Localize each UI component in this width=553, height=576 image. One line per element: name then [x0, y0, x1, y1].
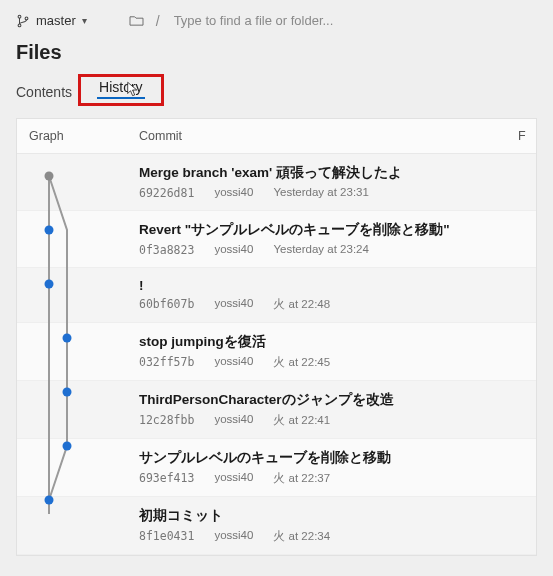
commit-time: Yesterday at 23:31: [273, 186, 368, 200]
commit-body: !60bf607byossi40火 at 22:48: [139, 278, 524, 312]
svg-point-0: [18, 15, 21, 18]
commit-meta: 69226d81yossi40Yesterday at 23:31: [139, 186, 524, 200]
header-graph: Graph: [29, 129, 139, 143]
commit-meta: 0f3a8823yossi40Yesterday at 23:24: [139, 243, 524, 257]
commit-time: 火 at 22:34: [273, 529, 330, 544]
commit-hash: 8f1e0431: [139, 529, 194, 544]
tab-contents[interactable]: Contents: [16, 78, 72, 106]
tab-history[interactable]: History: [99, 79, 143, 95]
commit-time: 火 at 22:37: [273, 471, 330, 486]
history-panel: Graph Commit F Merge branch 'exam' 頑張って解…: [16, 118, 537, 556]
commit-title: !: [139, 278, 524, 293]
commit-time: 火 at 22:48: [273, 297, 330, 312]
commit-body: 初期コミット8f1e0431yossi40火 at 22:34: [139, 507, 524, 544]
commit-body: ThirdPersonCharacterのジャンプを改造12c28fbbyoss…: [139, 391, 524, 428]
commit-title: Merge branch 'exam' 頑張って解決したよ: [139, 164, 524, 182]
svg-point-2: [25, 16, 28, 19]
tabs: Contents History: [0, 74, 553, 106]
commit-hash: 032ff57b: [139, 355, 194, 370]
commit-time: Yesterday at 23:24: [273, 243, 368, 257]
header-commit: Commit: [139, 129, 518, 143]
commit-row[interactable]: 初期コミット8f1e0431yossi40火 at 22:34: [17, 497, 536, 555]
header-right: F: [518, 129, 524, 143]
top-bar: master ▾ /: [0, 0, 553, 37]
commit-body: Revert "サンプルレベルのキューブを削除と移動"0f3a8823yossi…: [139, 221, 524, 257]
commit-meta: 8f1e0431yossi40火 at 22:34: [139, 529, 524, 544]
commit-author: yossi40: [214, 355, 253, 370]
page-title: Files: [0, 37, 553, 74]
commit-body: Merge branch 'exam' 頑張って解決したよ69226d81yos…: [139, 164, 524, 200]
branch-name: master: [36, 13, 76, 28]
commit-row[interactable]: stop jumpingを復活032ff57byossi40火 at 22:45: [17, 323, 536, 381]
svg-point-1: [18, 23, 21, 26]
commit-title: stop jumpingを復活: [139, 333, 524, 351]
commit-hash: 60bf607b: [139, 297, 194, 312]
commit-meta: 693ef413yossi40火 at 22:37: [139, 471, 524, 486]
commit-list: Merge branch 'exam' 頑張って解決したよ69226d81yos…: [17, 154, 536, 555]
commit-time: 火 at 22:45: [273, 355, 330, 370]
commit-author: yossi40: [214, 186, 253, 200]
tab-history-highlight: History: [78, 74, 164, 106]
commit-row[interactable]: Revert "サンプルレベルのキューブを削除と移動"0f3a8823yossi…: [17, 211, 536, 268]
commit-hash: 0f3a8823: [139, 243, 194, 257]
commit-row[interactable]: Merge branch 'exam' 頑張って解決したよ69226d81yos…: [17, 154, 536, 211]
commit-author: yossi40: [214, 297, 253, 312]
commit-hash: 12c28fbb: [139, 413, 194, 428]
branch-selector[interactable]: master ▾: [16, 13, 87, 28]
commit-author: yossi40: [214, 529, 253, 544]
commit-row[interactable]: ThirdPersonCharacterのジャンプを改造12c28fbbyoss…: [17, 381, 536, 439]
commit-title: Revert "サンプルレベルのキューブを削除と移動": [139, 221, 524, 239]
folder-icon[interactable]: [129, 14, 144, 27]
chevron-down-icon: ▾: [82, 15, 87, 26]
path-input[interactable]: [172, 12, 396, 29]
breadcrumb-slash: /: [156, 13, 160, 29]
commit-hash: 69226d81: [139, 186, 194, 200]
table-header: Graph Commit F: [17, 119, 536, 154]
commit-meta: 12c28fbbyossi40火 at 22:41: [139, 413, 524, 428]
commit-title: サンプルレベルのキューブを削除と移動: [139, 449, 524, 467]
commit-time: 火 at 22:41: [273, 413, 330, 428]
commit-meta: 60bf607byossi40火 at 22:48: [139, 297, 524, 312]
commit-author: yossi40: [214, 413, 253, 428]
branch-icon: [16, 14, 30, 28]
commit-author: yossi40: [214, 471, 253, 486]
commit-row[interactable]: !60bf607byossi40火 at 22:48: [17, 268, 536, 323]
commit-title: 初期コミット: [139, 507, 524, 525]
commit-author: yossi40: [214, 243, 253, 257]
commit-meta: 032ff57byossi40火 at 22:45: [139, 355, 524, 370]
commit-body: stop jumpingを復活032ff57byossi40火 at 22:45: [139, 333, 524, 370]
commit-body: サンプルレベルのキューブを削除と移動693ef413yossi40火 at 22…: [139, 449, 524, 486]
tab-active-underline: [97, 97, 145, 99]
commit-hash: 693ef413: [139, 471, 194, 486]
commit-row[interactable]: サンプルレベルのキューブを削除と移動693ef413yossi40火 at 22…: [17, 439, 536, 497]
commit-title: ThirdPersonCharacterのジャンプを改造: [139, 391, 524, 409]
